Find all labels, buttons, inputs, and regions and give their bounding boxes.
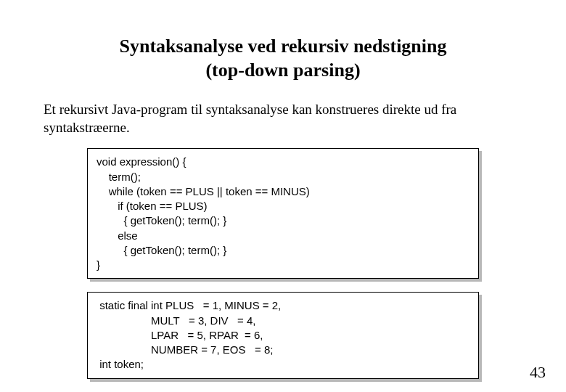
code-content-2: static final int PLUS = 1, MINUS = 2, MU… (87, 292, 479, 378)
page-number: 43 (530, 363, 546, 382)
code-block-2: static final int PLUS = 1, MINUS = 2, MU… (87, 292, 479, 378)
slide-title: Syntaksanalyse ved rekursiv nedstigning … (44, 35, 522, 82)
title-line-1: Syntaksanalyse ved rekursiv nedstigning (119, 36, 446, 57)
title-line-2: (top-down parsing) (205, 60, 360, 81)
code-content-1: void expression() { term(); while (token… (87, 148, 479, 279)
intro-paragraph: Et rekursivt Java-program til syntaksana… (44, 101, 522, 136)
code-block-1: void expression() { term(); while (token… (87, 148, 479, 279)
